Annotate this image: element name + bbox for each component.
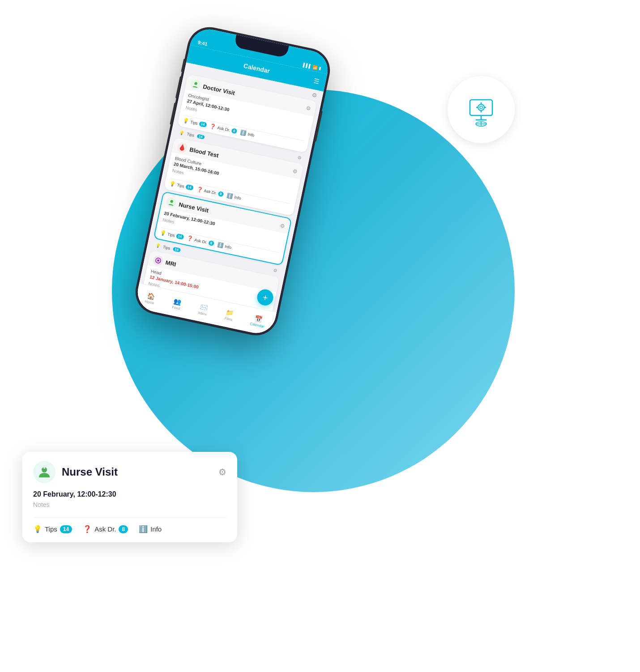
expanded-info-icon: ℹ️ <box>139 525 148 533</box>
askdr-label: Ask Dr. <box>217 125 230 132</box>
tips-row-badge: 14 <box>196 134 205 139</box>
doctor-visit-info-btn[interactable]: ℹ️ Info <box>240 129 255 138</box>
tips-label: Tips <box>190 119 198 125</box>
nav-calendar[interactable]: 📅 Calendar <box>250 314 266 328</box>
nav-feed[interactable]: 👥 Feed <box>172 297 182 310</box>
askdr-label-3: Ask Dr. <box>194 238 208 245</box>
nav-calendar-label: Calendar <box>250 322 265 329</box>
expanded-askdr-badge: 8 <box>119 525 128 533</box>
tips-label-2: Tips <box>177 183 185 188</box>
home-icon: 🏠 <box>146 292 155 300</box>
top-settings-icon[interactable]: ⚙ <box>311 91 318 99</box>
svg-rect-18 <box>44 467 45 469</box>
signal-icon: ▌▌▌ <box>303 63 312 69</box>
doctor-visit-settings-icon[interactable]: ⚙ <box>305 105 311 112</box>
tips-badge: 14 <box>199 121 207 128</box>
expanded-card-actions: 💡 Tips 14 ❓ Ask Dr. 8 ℹ️ Info <box>33 525 226 533</box>
battery-icon: ▮ <box>319 66 322 71</box>
tips-row2-badge: 14 <box>172 247 180 252</box>
calendar-icon: 📅 <box>254 315 263 323</box>
files-icon: 📁 <box>225 308 234 317</box>
expanded-card-notes: Notes <box>33 501 226 508</box>
askdr-badge-2: 8 <box>218 191 224 197</box>
svg-point-15 <box>157 259 160 262</box>
tips-icon-3: 💡 <box>159 230 166 237</box>
tips-row2-icon: 💡 <box>155 243 161 248</box>
askdr-icon-3: ❓ <box>187 235 194 242</box>
askdr-icon-2: ❓ <box>196 186 203 193</box>
expanded-tips-btn[interactable]: 💡 Tips 14 <box>33 525 72 533</box>
info-label-3: Info <box>224 244 232 250</box>
svg-point-12 <box>194 82 198 85</box>
feed-icon: 👥 <box>173 298 182 306</box>
expanded-card-settings-icon[interactable]: ⚙ <box>218 467 226 477</box>
nurse-visit-settings-icon[interactable]: ⚙ <box>279 222 286 230</box>
app-header-title: Calendar <box>243 62 271 75</box>
mri-icon <box>152 255 164 266</box>
expanded-tips-badge: 14 <box>60 525 72 533</box>
expanded-askdr-icon: ❓ <box>83 525 92 533</box>
info-label: Info <box>247 132 255 137</box>
nav-files-label: Files <box>224 316 232 322</box>
nav-feed-label: Feed <box>172 305 181 311</box>
nurse-info-btn[interactable]: ℹ️ Info <box>217 242 232 250</box>
info-label-2: Info <box>234 195 242 200</box>
tips-icon-2: 💡 <box>169 180 176 187</box>
blood-test-icon <box>176 142 188 153</box>
svg-rect-0 <box>470 100 492 115</box>
nav-files[interactable]: 📁 Files <box>224 308 234 322</box>
svg-point-4 <box>480 106 482 109</box>
expanded-tips-icon: 💡 <box>33 525 42 533</box>
blood-test-settings-icon[interactable]: ⚙ <box>292 168 298 175</box>
blood-test-info-btn[interactable]: ℹ️ Info <box>226 192 242 201</box>
tips-row2-label: Tips <box>162 244 171 250</box>
tips-row-icon: 💡 <box>179 130 185 136</box>
nav-inbox[interactable]: ✉️ Inbox <box>198 303 209 316</box>
status-time: 9:41 <box>197 39 208 47</box>
askdr-badge-3: 8 <box>208 240 214 246</box>
askdr-label-2: Ask Dr. <box>204 188 217 196</box>
info-icon-3: ℹ️ <box>217 242 224 249</box>
globe-circle <box>448 76 515 143</box>
askdr-icon: ❓ <box>209 123 217 130</box>
tips-badge-2: 14 <box>185 184 194 191</box>
nurse-visit-icon <box>166 197 177 208</box>
svg-point-3 <box>478 104 484 111</box>
expanded-tips-label: Tips <box>45 525 57 533</box>
nav-inbox-label: Inbox <box>198 310 207 316</box>
nav-home[interactable]: 🏠 Home <box>144 291 156 305</box>
expanded-info-btn[interactable]: ℹ️ Info <box>139 525 162 533</box>
info-icon: ℹ️ <box>240 129 247 136</box>
expanded-card-date: 20 February, 12:00-12:30 <box>33 490 226 498</box>
expanded-card-nurse-icon <box>33 461 55 483</box>
inbox-icon: ✉️ <box>199 303 208 311</box>
tips-row-settings[interactable]: ⚙ <box>297 155 302 161</box>
askdr-badge: 8 <box>231 128 237 134</box>
tips-row2-settings[interactable]: ⚙ <box>273 268 278 273</box>
info-icon-2: ℹ️ <box>226 192 234 200</box>
wifi-icon: 📶 <box>312 65 318 70</box>
expanded-card-divider <box>33 517 226 518</box>
expanded-nurse-visit-card: Nurse Visit ⚙ 20 February, 12:00-12:30 N… <box>22 452 237 542</box>
tips-row-label: Tips <box>187 132 195 137</box>
expanded-card-title: Nurse Visit <box>62 466 212 478</box>
globe-icon <box>463 92 499 128</box>
tips-label-3: Tips <box>167 232 175 238</box>
nav-home-label: Home <box>144 299 154 305</box>
tips-icon: 💡 <box>183 117 190 124</box>
svg-point-13 <box>170 200 174 203</box>
expanded-card-header: Nurse Visit ⚙ <box>33 461 226 483</box>
menu-icon[interactable]: ☰ <box>313 77 320 85</box>
doctor-visit-card-icon <box>190 79 201 90</box>
expanded-info-label: Info <box>150 525 162 533</box>
expanded-askdr-label: Ask Dr. <box>94 525 116 533</box>
expanded-askdr-btn[interactable]: ❓ Ask Dr. 8 <box>83 525 128 533</box>
tips-badge-3: 14 <box>175 233 184 239</box>
